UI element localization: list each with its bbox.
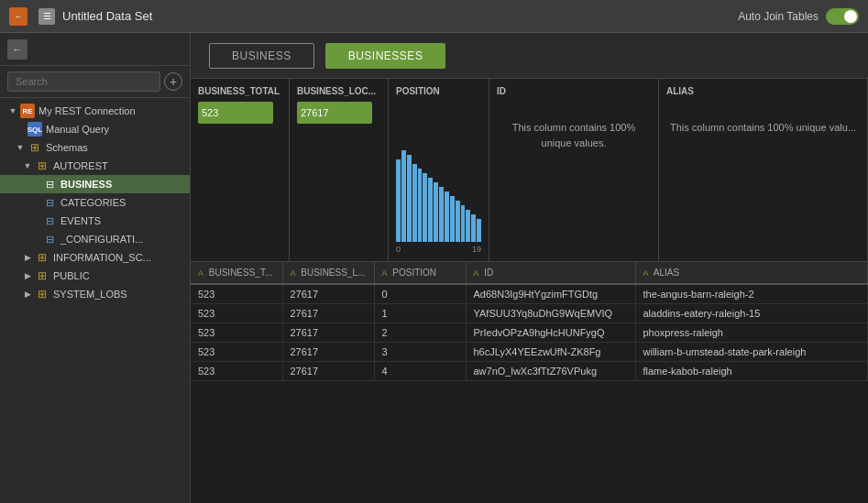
bar-value-business-total: 523 <box>202 107 218 118</box>
sidebar-toolbar: ← <box>0 33 190 66</box>
cell-pos-0: 0 <box>374 284 466 304</box>
th-position: A POSITION <box>374 262 466 284</box>
table-row: 523 27617 4 aw7nO_lwXc3fTtZ76VPukg flame… <box>191 362 868 381</box>
cell-pos-1: 1 <box>374 304 466 323</box>
tab-business[interactable]: BUSINESS <box>209 43 314 69</box>
tree-item-configuration[interactable]: ⊟ _CONFIGURATI... <box>0 230 190 248</box>
tree-label-rest: My REST Connection <box>38 105 136 116</box>
tree-item-events[interactable]: ⊟ EVENTS <box>0 212 190 230</box>
back-icon[interactable]: ← <box>9 7 27 26</box>
hist-bar-13 <box>461 205 466 242</box>
hist-bar-14 <box>466 210 470 242</box>
grid-area: BUSINESS_TOTAL 523 BUSINESS_LOC... 27617… <box>191 79 868 503</box>
cell-id-3: h6cJLyX4YEEzwUfN-ZK8Fg <box>466 343 635 362</box>
schema-icon-public: ⊞ <box>35 268 49 283</box>
tree-item-system-lobs[interactable]: ⊞ SYSTEM_LOBS <box>0 285 190 303</box>
hist-bar-16 <box>477 219 481 242</box>
sidebar: ← + RE My REST Connection SQL Manual Que… <box>0 33 191 503</box>
expand-arrow-rest <box>7 105 18 116</box>
search-input[interactable] <box>7 71 160 92</box>
col-type-bt: A <box>198 268 203 278</box>
expand-arrow-manual <box>15 124 26 135</box>
col-header-business-total: BUSINESS_TOTAL <box>198 86 281 96</box>
bar-business-total: 523 <box>198 102 273 124</box>
tab-bar: BUSINESS BUSINESSES <box>191 33 868 79</box>
chart-row: BUSINESS_TOTAL 523 BUSINESS_LOC... 27617… <box>191 79 868 262</box>
sidebar-back-button[interactable]: ← <box>7 39 27 60</box>
unique-msg-alias: This column contains 100% unique valu... <box>666 120 860 136</box>
tree-label-configuration: _CONFIGURATI... <box>60 234 143 245</box>
col-type-id: A <box>474 268 479 278</box>
cell-pos-2: 2 <box>374 323 466 343</box>
th-id: A ID <box>466 262 635 284</box>
schema-icon-info-sc: ⊞ <box>35 250 49 265</box>
tree-label-schemas: Schemas <box>46 142 88 153</box>
tree-item-info-sc[interactable]: ⊞ INFORMATION_SC... <box>0 248 190 267</box>
hist-bar-2 <box>401 150 406 242</box>
tree-label-system-lobs: SYSTEM_LOBS <box>53 289 127 300</box>
cell-bl-0: 27617 <box>282 284 374 304</box>
hist-labels-position: 0 19 <box>396 245 481 254</box>
search-row: + <box>0 66 190 98</box>
cell-bt-0: 523 <box>191 284 282 304</box>
page-title: Untitled Data Set <box>62 9 152 23</box>
hist-bar-6 <box>423 173 427 242</box>
tree-label-business: BUSINESS <box>60 179 112 190</box>
th-business-total: A BUSINESS_T... <box>191 262 282 284</box>
col-type-pos: A <box>382 268 388 278</box>
cell-alias-0: the-angus-barn-raleigh-2 <box>635 284 868 304</box>
cell-bl-2: 27617 <box>282 323 374 343</box>
hist-bar-10 <box>445 191 449 242</box>
tree-label-autorest: AUTOREST <box>53 160 108 171</box>
add-connection-button[interactable]: + <box>164 72 182 91</box>
expand-arrow-configuration <box>29 234 40 245</box>
bar-value-business-loc: 27617 <box>301 107 329 118</box>
cell-id-4: aw7nO_lwXc3fTtZ76VPukg <box>466 362 635 381</box>
cell-bt-2: 523 <box>191 323 282 343</box>
table-header-row: A BUSINESS_T... A BUSINESS_L... A POSITI… <box>191 262 868 284</box>
sql-icon: SQL <box>27 122 42 137</box>
tree-item-business[interactable]: ⊟ BUSINESS <box>0 175 190 193</box>
tab-businesses[interactable]: BUSINESSES <box>325 43 446 69</box>
tree-label-info-sc: INFORMATION_SC... <box>53 252 151 263</box>
expand-arrow-public <box>22 270 33 281</box>
col-header-alias: ALIAS <box>666 86 860 96</box>
table-row: 523 27617 2 PrIedvOPzA9hgHcHUNFygQ phoxp… <box>191 323 868 343</box>
histogram-position: 0 19 <box>396 102 481 254</box>
tree-item-schemas[interactable]: ⊞ Schemas <box>0 138 190 157</box>
tree-item-manual[interactable]: SQL Manual Query <box>0 120 190 138</box>
tree-item-autorest[interactable]: ⊞ AUTOREST <box>0 157 190 175</box>
col-panel-business-total: BUSINESS_TOTAL 523 <box>191 79 290 261</box>
autorest-icon: ⊞ <box>35 159 49 173</box>
expand-arrow-categories <box>29 197 40 208</box>
cell-id-2: PrIedvOPzA9hgHcHUNFygQ <box>466 323 635 343</box>
histogram-bars-position <box>396 150 481 242</box>
tree-item-rest[interactable]: RE My REST Connection <box>0 102 190 120</box>
rest-icon: RE <box>20 104 35 118</box>
tree-label-events: EVENTS <box>60 215 101 226</box>
expand-arrow-autorest <box>22 160 33 171</box>
tree-item-public[interactable]: ⊞ PUBLIC <box>0 267 190 285</box>
cell-alias-4: flame-kabob-raleigh <box>635 362 868 381</box>
cell-pos-3: 3 <box>374 343 466 362</box>
cell-bt-4: 523 <box>191 362 282 381</box>
tree-label-public: PUBLIC <box>53 270 90 281</box>
dataset-icon: ☰ <box>38 8 55 25</box>
auto-join-toggle[interactable] <box>826 8 859 25</box>
schema-icon: ⊞ <box>27 140 42 155</box>
tree-item-categories[interactable]: ⊟ CATEGORIES <box>0 193 190 212</box>
title-bar: ← ☰ Untitled Data Set Auto Join Tables <box>0 0 868 33</box>
col-panel-id: ID This column contains 100% unique valu… <box>489 79 659 261</box>
col-panel-business-loc: BUSINESS_LOC... 27617 <box>290 79 389 261</box>
cell-id-0: Ad68N3Ig9HtYgzimFTGDtg <box>466 284 635 304</box>
auto-join-label: Auto Join Tables <box>738 10 819 23</box>
tree-label-categories: CATEGORIES <box>60 197 126 208</box>
table-icon-events: ⊟ <box>42 213 57 228</box>
th-alias: A ALIAS <box>635 262 868 284</box>
unique-msg-id: This column contains 100% unique values. <box>497 120 651 150</box>
cell-bt-3: 523 <box>191 343 282 362</box>
col-header-position: POSITION <box>396 86 481 96</box>
cell-alias-1: aladdins-eatery-raleigh-15 <box>635 304 868 323</box>
hist-bar-11 <box>450 196 455 242</box>
col-header-business-loc: BUSINESS_LOC... <box>297 86 380 96</box>
